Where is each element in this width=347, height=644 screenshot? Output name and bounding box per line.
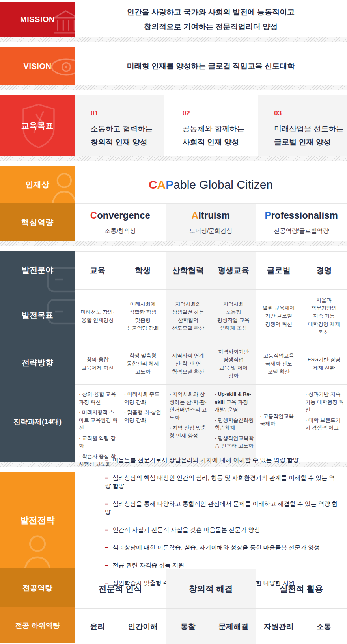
dev-task-col: 지역사회와 상생하는 산·학·관·연거버넌스의 고도화 지역 산업 맞춤형 인재…	[166, 385, 211, 462]
dev-direction: 지역사회기반 평생직업 교육 및 체제 강화	[211, 343, 256, 384]
strategy-label-panel: 발전전략 전공역량 전공 하위역량	[0, 472, 75, 644]
core-item: Altruism 도덕성/문화감성	[166, 204, 256, 241]
goal-number: 01	[91, 109, 164, 117]
task: 평생직업교육학습 인프라 고도화	[215, 434, 254, 450]
strategy-content: 마음돌봄 전문가로서 상담윤리와 가치에 대해 이해할 수 있는 역량 함양 심…	[75, 472, 347, 644]
submajor-group: 윤리 인간이해	[75, 609, 166, 644]
dev-direction: 학생 맞춤형 통합관리 체제 고도화	[120, 343, 166, 384]
edu-goal-card: 03 미래산업을 선도하는 글로벌 인재 양성	[258, 95, 347, 156]
submajor-item: 자원관리	[256, 622, 301, 632]
dev-fields-label: 발전분야	[0, 251, 75, 289]
strategy-bullet: 인간적 자질과 전문적 자질을 갖춘 마음돌봄 전문가 양성	[105, 525, 339, 534]
page: MISSION 인간을 사랑하고 국가와 사회의 발전에 능동적이고 창의적으로…	[0, 0, 347, 644]
task: 미래사회 주도역량 강화	[124, 390, 164, 406]
talent-section: 인재상 CAPable Global Citizen	[0, 166, 347, 203]
vision-content: 미래형 인재를 양성하는 글로컬 직업교육 선도대학	[75, 47, 347, 85]
core-item: Convergence 소통/창의성	[75, 204, 166, 241]
submajor-item: 소통	[301, 622, 347, 632]
goal-number: 02	[183, 109, 256, 117]
divider-hatch	[0, 85, 347, 90]
goal-line1: 소통하고 협력하는	[91, 124, 164, 134]
dev-task-col: Up-skill & Re-skill 교육 과정 개발, 운영 평생학습친화형…	[211, 385, 256, 462]
vision-section: VISION 미래형 인재를 양성하는 글로컬 직업교육 선도대학	[0, 47, 347, 85]
task: 맞춤형 취·창업 역량 강화	[124, 408, 164, 424]
dev-task-col: 고등작업교육 국제화	[256, 385, 301, 462]
dev-direction: 지역사회 연계 산·학·관·연 협력모델 확산	[166, 343, 211, 384]
dev-goal: 미래선도 창의· 융합 인재양성	[75, 290, 120, 343]
dev-direction: 고등직업교육 국제화 선도 모델 확산	[256, 343, 301, 384]
core-sub: 도덕성/문화감성	[189, 227, 232, 235]
mission-section: MISSION 인간을 사랑하고 국가와 사회의 발전에 능동적이고 창의적으로…	[0, 2, 347, 37]
strategy-label-cell: 발전전략	[0, 472, 75, 568]
edu-goals-content: 01 소통하고 협력하는 창의적 인재 양성 02 공동체와 함께하는 사회적 …	[75, 95, 347, 156]
dev-field: 평생교육	[211, 252, 256, 289]
core-word-rest: onvergence	[97, 210, 150, 221]
dev-goal: 열린 교육체제 기반 글로벌 경쟁력 혁신	[256, 290, 301, 343]
edu-goal-card: 01 소통하고 협력하는 창의적 인재 양성	[75, 95, 164, 156]
dev-directions-row: 창의·융합 교육체제 혁신 학생 맞춤형 통합관리 체제 고도화 지역사회 연계…	[75, 343, 347, 384]
goal-line2: 창의적 인재 양성	[91, 137, 164, 147]
divider-hatch	[0, 156, 347, 161]
goal-number: 03	[274, 109, 347, 117]
task: 지역 산업 맞춤형 인재 양성	[170, 424, 209, 439]
task: 미래지향적 스마트 교육환경 혁신	[79, 408, 119, 432]
submajor-row: 윤리 인간이해 통찰 문제해결 자원관리 소통	[75, 608, 347, 644]
major-item: 창의적 해결	[166, 569, 256, 608]
dev-task-col: 창의·융합 교육과정 혁신 미래지향적 스마트 교육환경 혁신 교직원 역량 강…	[75, 385, 120, 462]
strategy-bullets: 마음돌봄 전문가로서 상담윤리와 가치에 대해 이해할 수 있는 역량 함양 심…	[75, 472, 347, 569]
dev-direction: ESG기반 경영 체제 전환	[301, 343, 347, 384]
brand-rest: able Global Citizen	[174, 178, 273, 191]
development-content: 교육 학생 산학협력 평생교육 글로벌 경영 미래선도 창의· 융합 인재양성 …	[75, 251, 347, 462]
strategy-section: 발전전략 전공역량 전공 하위역량 마음돌봄 전문가로서 상담윤리와 가치에 대…	[0, 472, 347, 644]
goal-line1: 공동체와 함께하는	[183, 124, 256, 134]
vision-label-panel: VISION	[0, 47, 75, 85]
dev-field: 학생	[120, 252, 166, 289]
dev-field: 산학협력	[166, 252, 211, 289]
brand-letter-a: A	[157, 178, 166, 191]
core-content: Convergence 소통/창의성 Altruism 도덕성/문화감성 Pro…	[75, 203, 347, 241]
dev-field: 경영	[301, 252, 347, 289]
goal-line2: 사회적 인재 양성	[183, 137, 256, 147]
task: 성과기반 지속가능 대학행정 혁신	[305, 390, 345, 414]
submajor-item: 문제해결	[211, 622, 256, 632]
core-initial: P	[265, 210, 271, 221]
submajor-item: 통찰	[166, 622, 211, 632]
major-label-cell: 전공역량	[0, 568, 75, 607]
strategy-bullet: 마음돌봄 전문가로서 상담윤리와 가치에 대해 이해할 수 있는 역량 함양	[105, 456, 339, 464]
task: 지역사회와 상생하는 산·학·관·연거버넌스의 고도화	[170, 390, 209, 421]
edu-goal-card: 02 공동체와 함께하는 사회적 인재 양성	[167, 95, 256, 156]
dev-field: 교육	[75, 252, 120, 289]
dev-goal: 지역사회와 상생발전 하는 산학협력 선도모델 확산	[166, 290, 211, 343]
mission-label-panel: MISSION	[0, 2, 75, 37]
core-competency-section: 핵심역량 Convergence 소통/창의성 Altruism 도덕성/문화감…	[0, 203, 347, 241]
talent-brand: CAPable Global Citizen	[149, 178, 273, 191]
strategy-bullet: 심리상담의 핵심 대상인 인간의 심리, 행동 및 사회환경과의 관계를 이해할…	[105, 473, 339, 490]
dev-goals-row: 미래선도 창의· 융합 인재양성 미래사회에 적합한 학생 맞춤형 성공역량 강…	[75, 289, 347, 343]
dev-goals-label: 발전목표	[0, 289, 75, 342]
mission-text: 인간을 사랑하고 국가와 사회의 발전에 능동적이고 창의적으로 기여하는 전문…	[127, 5, 295, 34]
strategy-bullet: 심리상담을 통해 다양하고 통합적인 관점에서 문제를 이해하고 해결할 수 있…	[105, 499, 339, 516]
mission-label: MISSION	[20, 15, 55, 24]
development-section: 발전분야 발전목표 전략방향 전략과제(14대) 교육 학생 산학협력 평생교육…	[0, 251, 347, 462]
core-word-rest: ltruism	[198, 210, 230, 221]
edu-goals-section: 교육목표 01 소통하고 협력하는 창의적 인재 양성 02 공동체와 함께하는…	[0, 95, 347, 156]
dev-tasks-label: 전략과제(14대)	[0, 383, 75, 460]
dev-task-col: 미래사회 주도역량 강화 맞춤형 취·창업 역량 강화	[120, 385, 166, 462]
submajor-item: 윤리	[75, 622, 120, 632]
core-word-rest: rofessionalism	[271, 210, 338, 221]
core-sub: 소통/창의성	[104, 227, 136, 235]
person-icon	[46, 171, 75, 203]
goal-line1: 미래산업을 선도하는	[274, 124, 347, 134]
brand-letter-c: C	[149, 178, 157, 191]
dev-goal: 지역사회 포용형 평생작업 교육 생태계 조성	[211, 290, 256, 343]
task: 고등작업교육 국제화	[260, 412, 300, 428]
submajor-item: 인간이해	[120, 622, 166, 632]
talent-content: CAPable Global Citizen	[75, 166, 347, 203]
major-row: 전문적 인식 창의적 해결 실천적 활용	[75, 569, 347, 608]
talent-label-panel: 인재상	[0, 166, 75, 203]
edu-goals-label-panel: 교육목표	[0, 95, 75, 156]
core-sub: 전공역량/글로벌역량	[274, 227, 329, 235]
vision-label: VISION	[24, 62, 52, 71]
goal-line2: 글로벌 인재 양성	[274, 137, 347, 147]
strategy-bullet: 전공 관련 자격증 취득 지원	[105, 561, 339, 569]
